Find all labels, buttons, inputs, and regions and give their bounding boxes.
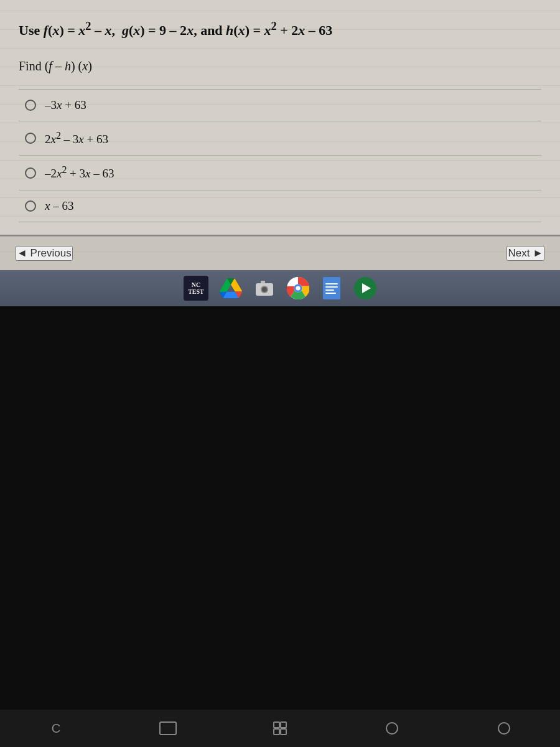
svg-rect-11	[325, 289, 334, 291]
choice-label-b: 2x2 – 3x + 63	[45, 130, 108, 146]
dark-area	[0, 306, 560, 747]
google-drive-icon[interactable]	[220, 277, 242, 299]
svg-rect-9	[325, 283, 338, 284]
choice-item-b[interactable]: 2x2 – 3x + 63	[19, 121, 541, 156]
previous-button[interactable]: ◄ Previous	[16, 246, 73, 261]
chrome-icon[interactable]	[287, 277, 309, 299]
media-play-icon[interactable]	[354, 277, 376, 299]
svg-point-7	[296, 286, 300, 290]
choice-radio-b[interactable]	[25, 133, 36, 144]
choice-item-a[interactable]: –3x + 63	[19, 90, 541, 121]
svg-rect-13	[160, 722, 176, 735]
back-button[interactable]: C	[37, 716, 75, 741]
home-button[interactable]	[373, 716, 411, 741]
svg-rect-14	[274, 722, 279, 728]
nc-test-icon[interactable]: NC TEST	[184, 276, 208, 301]
svg-rect-15	[281, 722, 286, 728]
choice-label-d: x – 63	[45, 199, 73, 213]
screenshot-button[interactable]	[149, 716, 187, 741]
quiz-area: Use f(x) = x2 – x, g(x) = 9 – 2x, and h(…	[0, 0, 560, 236]
choice-radio-d[interactable]	[25, 200, 36, 212]
next-button[interactable]: Next ►	[506, 246, 544, 261]
problem-question: Find (f – h) (x)	[19, 59, 541, 73]
bottom-navigation-bar: C	[0, 710, 560, 747]
svg-rect-12	[325, 293, 336, 294]
camera-icon[interactable]	[253, 277, 276, 299]
svg-rect-3	[261, 281, 265, 283]
nc-test-line2: TEST	[188, 288, 204, 295]
choices-list: –3x + 63 2x2 – 3x + 63 –2x2 + 3x – 63 x …	[19, 89, 541, 222]
svg-point-2	[262, 287, 267, 292]
choice-label-c: –2x2 + 3x – 63	[45, 164, 114, 181]
choice-label-a: –3x + 63	[45, 98, 86, 112]
svg-point-18	[386, 723, 398, 734]
problem-header: Use f(x) = x2 – x, g(x) = 9 – 2x, and h(…	[19, 19, 541, 40]
nc-test-line1: NC	[192, 281, 200, 288]
recent-apps-button[interactable]	[261, 716, 299, 741]
svg-rect-17	[281, 729, 286, 735]
svg-rect-10	[325, 286, 338, 288]
choice-radio-a[interactable]	[25, 100, 36, 111]
svg-rect-8	[323, 277, 340, 299]
svg-point-19	[498, 723, 510, 734]
navigation-bar: ◄ Previous Next ►	[0, 236, 560, 270]
choice-item-d[interactable]: x – 63	[19, 190, 541, 222]
search-button[interactable]	[485, 716, 523, 741]
play-triangle	[362, 283, 371, 293]
google-docs-icon[interactable]	[320, 277, 343, 299]
svg-rect-16	[274, 729, 279, 735]
choice-radio-c[interactable]	[25, 167, 36, 179]
choice-item-c[interactable]: –2x2 + 3x – 63	[19, 156, 541, 190]
taskbar: NC TEST	[0, 270, 560, 306]
